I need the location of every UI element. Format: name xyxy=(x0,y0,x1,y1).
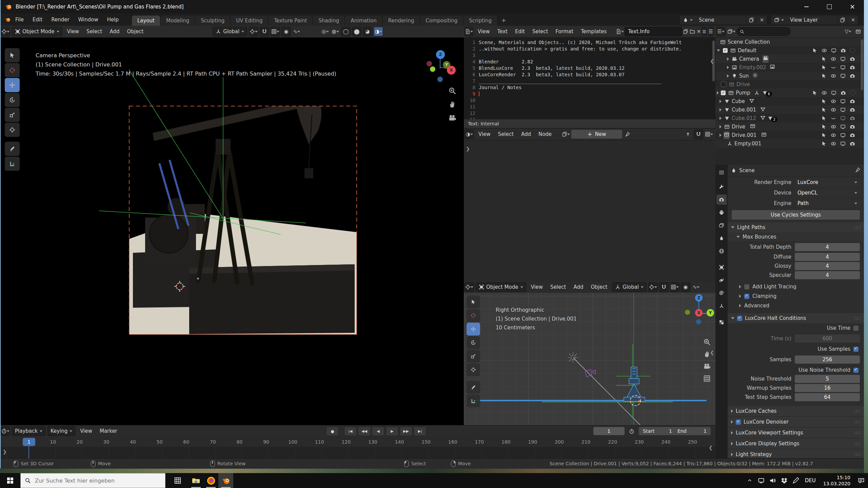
channel-expand-arrow[interactable]: ❯ xyxy=(3,449,7,454)
timeline-track[interactable] xyxy=(0,447,715,459)
panel-light-paths[interactable]: Light Paths∷∷ xyxy=(728,222,864,232)
tab-layout[interactable]: Layout xyxy=(132,16,160,26)
tab-object[interactable] xyxy=(716,262,727,272)
record-button[interactable] xyxy=(326,427,339,436)
falloff-dropdown-icon[interactable]: ∿ xyxy=(692,283,701,291)
sidebar-collapse-arrow[interactable]: ❮ xyxy=(710,350,714,355)
tool-transform[interactable] xyxy=(5,123,20,137)
tool-rotate[interactable] xyxy=(5,93,20,107)
tool-rotate[interactable] xyxy=(467,336,480,349)
text-line[interactable]: 1Scene, Materials and Objects.. (c) 2020… xyxy=(464,39,712,46)
viewport2-menu-add[interactable]: Add xyxy=(570,284,587,290)
tab-physics[interactable] xyxy=(716,275,727,285)
keying-dropdown[interactable]: Keying xyxy=(47,426,75,436)
editor-type-icon[interactable]: ☰ xyxy=(716,27,726,36)
scene-name[interactable]: Scene xyxy=(696,15,746,25)
zoom-icon[interactable] xyxy=(703,338,711,347)
editor-type-icon[interactable] xyxy=(465,27,473,36)
overlays-icon[interactable]: ◍ xyxy=(331,27,340,36)
tool-transform[interactable] xyxy=(467,363,480,376)
text-line[interactable]: 9 xyxy=(464,91,712,97)
view-layer-name[interactable]: View Layer xyxy=(787,15,837,25)
text-browse-icon[interactable] xyxy=(616,27,624,36)
use-samples-row[interactable]: Use Samples xyxy=(728,344,864,354)
specular-field[interactable]: 4 xyxy=(795,271,860,279)
panel-luxcore-denoiser[interactable]: LuxCore Denoiser∷∷ xyxy=(728,417,864,427)
zoom-icon[interactable] xyxy=(448,87,456,96)
shading-material-icon[interactable]: ◕ xyxy=(363,27,372,36)
add-light-tracing-row[interactable]: Add Light Tracing xyxy=(728,282,864,291)
tab-view-layer[interactable] xyxy=(716,220,727,230)
tab-modeling[interactable]: Modeling xyxy=(161,16,195,26)
device-select[interactable]: OpenCL xyxy=(795,189,860,197)
mode-dropdown[interactable]: Object Mode xyxy=(476,282,526,292)
gizmo-axis-y-neg[interactable] xyxy=(430,66,435,72)
viewport2-menu-view[interactable]: View xyxy=(527,284,547,290)
outliner[interactable]: ☰ ▽ Scene Collection ✓ Default Ca xyxy=(715,26,864,165)
use-noise-threshold-row[interactable]: Use Noise Threshold xyxy=(728,365,864,375)
navigation-gizmo[interactable]: Z Y X xyxy=(423,41,464,88)
editor-type-icon[interactable] xyxy=(1,426,10,436)
tab-tool[interactable] xyxy=(716,182,727,192)
text-datablock-field[interactable]: Text.Info xyxy=(625,27,682,36)
shading-rendered-icon[interactable]: ◑ xyxy=(374,27,383,36)
outliner-row-sun[interactable]: Sun xyxy=(715,72,864,80)
proportional-edit-icon[interactable]: ◉ xyxy=(681,282,690,292)
filter-icon[interactable]: ▽ xyxy=(844,27,852,36)
current-frame-field[interactable]: 1 xyxy=(593,427,625,435)
action-center-icon[interactable] xyxy=(854,473,868,488)
tool-select-box[interactable] xyxy=(467,296,480,308)
time-field[interactable]: 600 xyxy=(795,334,860,343)
display-mode-icon[interactable] xyxy=(727,27,736,36)
editor-type-icon[interactable] xyxy=(465,282,474,292)
warmup-samples-field[interactable]: 16 xyxy=(795,384,860,392)
engine-select[interactable]: Path xyxy=(795,199,860,207)
scene-unlink-icon[interactable]: ✕ xyxy=(756,15,767,25)
tab-scripting[interactable]: Scripting xyxy=(463,16,497,26)
play-button[interactable] xyxy=(386,427,398,436)
navigation-gizmo[interactable]: Z X Y xyxy=(688,293,716,341)
text-line[interactable]: 3 xyxy=(464,52,712,59)
tab-render[interactable] xyxy=(716,195,727,205)
sidebar-collapse-arrow[interactable]: ❮ xyxy=(710,58,714,64)
noise-threshold-field[interactable]: 5 xyxy=(795,375,860,383)
file-explorer-icon[interactable] xyxy=(189,473,203,488)
pivot-dropdown-icon[interactable] xyxy=(249,27,258,36)
text-line[interactable]: 10 xyxy=(464,97,712,104)
timeline-ruler[interactable]: 1020304050607080901001101201301401501601… xyxy=(0,437,715,447)
glossy-field[interactable]: 4 xyxy=(795,262,860,270)
shading-solid-icon[interactable]: ⬤ xyxy=(352,27,361,36)
material-browse-icon[interactable] xyxy=(561,130,570,139)
samples-field[interactable]: 256 xyxy=(795,355,860,364)
render-engine-select[interactable]: LuxCore xyxy=(795,178,860,186)
falloff-dropdown-icon[interactable]: ∿ xyxy=(292,27,301,36)
outliner-row-drive-instance[interactable]: Drive xyxy=(715,122,864,131)
snap-settings-icon[interactable] xyxy=(271,27,280,36)
jump-to-end-button[interactable] xyxy=(414,427,426,436)
tab-shading[interactable]: Shading xyxy=(313,16,344,26)
gizmo-axis-y[interactable]: Y xyxy=(707,309,714,317)
grid-ortho-icon[interactable] xyxy=(703,375,711,384)
tool-select-box[interactable] xyxy=(5,48,20,62)
outliner-row-cube[interactable]: Cube xyxy=(715,97,864,105)
pin-icon[interactable] xyxy=(623,130,632,139)
tray-network-icon[interactable] xyxy=(755,473,767,488)
editor-type-icon[interactable]: ▤ xyxy=(716,167,727,177)
add-workspace-button[interactable]: + xyxy=(498,16,510,26)
node-menu-select[interactable]: Select xyxy=(494,131,517,137)
text-line[interactable]: 4Blender 2.82 xyxy=(464,59,712,65)
task-view-button[interactable] xyxy=(170,473,185,488)
tool-scale[interactable] xyxy=(467,350,480,363)
outliner-row-empty-002[interactable]: Empty.002 xyxy=(715,63,864,72)
text-line[interactable]: 5BlendLuxCore 2.3 beta3, latest build, 2… xyxy=(464,65,712,72)
tool-move[interactable] xyxy=(467,323,480,336)
text-menu-select[interactable]: Select xyxy=(529,28,552,35)
play-reverse-button[interactable] xyxy=(372,427,384,436)
tab-scene[interactable] xyxy=(716,233,727,243)
pivot-dropdown-icon[interactable] xyxy=(648,282,658,292)
text-line[interactable]: 12 xyxy=(464,110,712,117)
viewport-menu-add[interactable]: Add xyxy=(106,28,123,35)
tray-chevron-up-icon[interactable] xyxy=(744,473,755,488)
start-button[interactable] xyxy=(0,473,20,488)
panel-luxcore-viewport-settings[interactable]: LuxCore Viewport Settings∷∷ xyxy=(728,428,864,438)
